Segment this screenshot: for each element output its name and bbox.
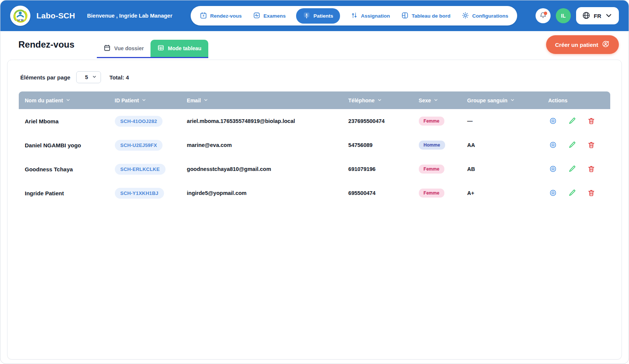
patient-icon <box>303 12 310 20</box>
view-patient-button[interactable] <box>548 116 558 126</box>
calendar-icon: 8 <box>200 12 207 20</box>
calendar-icon <box>104 44 111 52</box>
patient-name: Goodness Tchaya <box>19 157 109 181</box>
nav-item-rendez-vous[interactable]: 8 Rendez-vous <box>199 9 242 22</box>
table-controls: Éléments par page 5 Total: 4 <box>19 68 610 91</box>
patients-table: Nom du patientID PatientEmailTéléphoneSe… <box>19 91 610 205</box>
view-patient-button[interactable] <box>548 188 558 198</box>
table-row: Daniel NGAMBI yogo SCH-U2EJ59FX marine@e… <box>19 133 610 157</box>
sort-chevron-icon <box>510 97 515 103</box>
eye-icon <box>549 165 557 173</box>
view-patient-button[interactable] <box>548 140 558 150</box>
patient-id-badge: SCH-41OOJ282 <box>115 116 163 127</box>
app-window: SCH Labo-SCH Bienvenue , Ingride Lab Man… <box>0 0 629 364</box>
patient-id-badge: SCH-ERLKCLKE <box>115 164 166 175</box>
column-header[interactable]: Email <box>181 91 342 109</box>
top-bar: SCH Labo-SCH Bienvenue , Ingride Lab Man… <box>0 0 629 31</box>
patient-email: ingirde5@yopmail.com <box>181 181 342 205</box>
table-row: Ariel Mboma SCH-41OOJ282 ariel.mboma.176… <box>19 109 610 133</box>
column-header[interactable]: Nom du patient <box>19 91 109 109</box>
blood-group: A+ <box>461 181 542 205</box>
delete-patient-button[interactable] <box>587 116 596 126</box>
patient-id-badge: SCH-U2EJ59FX <box>115 140 163 151</box>
lab-logo: SCH <box>10 6 30 26</box>
per-page-label: Éléments par page <box>20 74 70 81</box>
notifications-button[interactable] <box>536 8 551 23</box>
patient-email: ariel.mboma.1765355748919@biolap.local <box>181 109 342 133</box>
brand: SCH Labo-SCH <box>10 6 75 26</box>
tab-vue-dossier[interactable]: Vue dossier <box>97 40 150 57</box>
nav-item-tableau-de-bord[interactable]: Tableau de bord <box>400 9 451 22</box>
user-plus-icon <box>602 40 610 49</box>
top-right-cluster: IL FR <box>536 7 619 24</box>
pencil-icon <box>568 189 576 197</box>
notification-dot <box>544 12 547 15</box>
nav-item-assignation[interactable]: Assignation <box>350 9 391 22</box>
welcome-text: Bienvenue , Ingride Lab Manager <box>87 13 172 19</box>
delete-patient-button[interactable] <box>587 140 596 150</box>
page-toolbar: Rendez-vous Vue dossier Mode tableau Cré… <box>0 31 629 58</box>
patient-name: Daniel NGAMBI yogo <box>19 133 109 157</box>
patient-phone: 695500474 <box>342 181 413 205</box>
eye-icon <box>549 189 557 197</box>
chevron-down-icon <box>92 74 97 80</box>
delete-patient-button[interactable] <box>587 188 596 198</box>
blood-group: AA <box>461 133 542 157</box>
sex-badge: Femme <box>419 117 444 126</box>
edit-patient-button[interactable] <box>567 140 577 150</box>
table-row: Goodness Tchaya SCH-ERLKCLKE goodnesstch… <box>19 157 610 181</box>
gear-icon <box>462 12 469 20</box>
per-page-select[interactable]: 5 <box>76 71 101 83</box>
total-count: Total: 4 <box>109 74 129 81</box>
patient-email: goodnesstchaya810@gmail.com <box>181 157 342 181</box>
eye-icon <box>549 117 557 125</box>
trash-icon <box>587 165 595 173</box>
patient-phone: 237695500474 <box>342 109 413 133</box>
sort-chevron-icon <box>377 97 382 103</box>
patients-table-card: Éléments par page 5 Total: 4 Nom du pati… <box>7 60 622 360</box>
edit-patient-button[interactable] <box>567 116 577 126</box>
view-mode-tabs: Vue dossier Mode tableau <box>97 40 208 58</box>
nav-item-configurations[interactable]: Configurations <box>461 9 509 22</box>
sort-chevron-icon <box>66 97 71 103</box>
language-label: FR <box>594 13 601 19</box>
column-header[interactable]: Sexe <box>413 91 461 109</box>
patient-name: Ingride Patient <box>19 181 109 205</box>
delete-patient-button[interactable] <box>587 164 596 174</box>
app-title: Labo-SCH <box>36 11 75 20</box>
nav-item-patients[interactable]: Patients <box>296 8 340 24</box>
pencil-icon <box>568 117 576 125</box>
sort-chevron-icon <box>433 97 438 103</box>
patient-name: Ariel Mboma <box>19 109 109 133</box>
view-patient-button[interactable] <box>548 164 558 174</box>
eye-icon <box>549 141 557 149</box>
patient-phone: 54756089 <box>342 133 413 157</box>
column-header[interactable]: Groupe sanguin <box>461 91 542 109</box>
blood-group: AB <box>461 157 542 181</box>
column-header[interactable]: ID Patient <box>109 91 181 109</box>
table-header: Nom du patientID PatientEmailTéléphoneSe… <box>19 91 610 109</box>
sort-chevron-icon <box>203 97 208 103</box>
sex-badge: Femme <box>419 165 444 174</box>
pencil-icon <box>568 141 576 149</box>
chevron-down-icon <box>605 11 613 21</box>
activity-icon <box>253 12 260 20</box>
sex-badge: Homme <box>419 141 445 150</box>
pencil-icon <box>568 165 576 173</box>
svg-text:8: 8 <box>203 14 204 16</box>
edit-patient-button[interactable] <box>567 164 577 174</box>
main-navigation: 8 Rendez-vous Examens Patients Assignati… <box>191 6 517 25</box>
trash-icon <box>587 117 595 125</box>
sort-chevron-icon <box>141 97 146 103</box>
language-selector[interactable]: FR <box>576 7 619 24</box>
nav-item-examens[interactable]: Examens <box>252 9 286 22</box>
trash-icon <box>587 141 595 149</box>
avatar[interactable]: IL <box>556 8 571 23</box>
create-patient-button[interactable]: Créer un patient <box>546 35 619 54</box>
page-title: Rendez-vous <box>18 39 74 50</box>
column-header[interactable]: Téléphone <box>342 91 413 109</box>
tab-mode-tableau[interactable]: Mode tableau <box>150 40 208 57</box>
globe-icon <box>582 11 590 21</box>
table-row: Ingride Patient SCH-Y1XKH1BJ ingirde5@yo… <box>19 181 610 205</box>
edit-patient-button[interactable] <box>567 188 577 198</box>
